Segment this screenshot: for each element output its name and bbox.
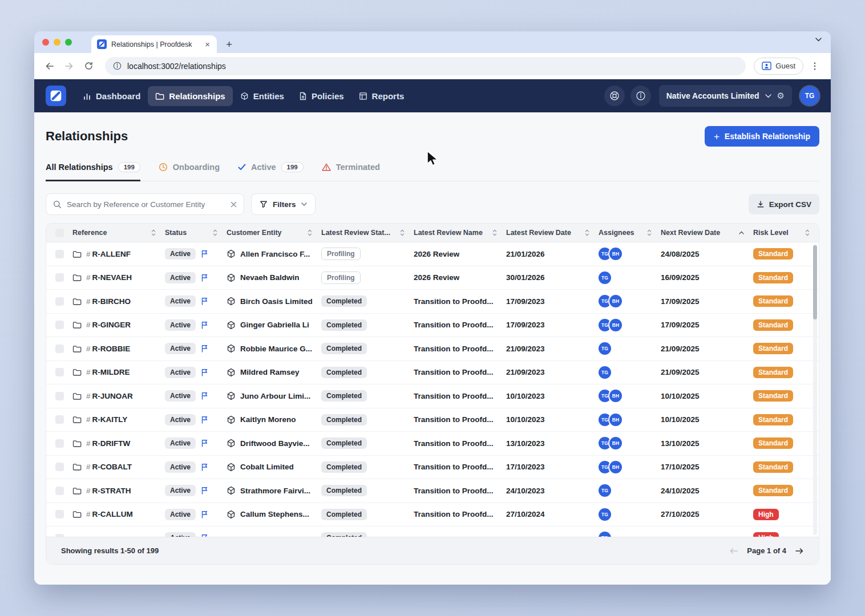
- back-icon[interactable]: [41, 58, 58, 75]
- column-header[interactable]: Customer Entity: [227, 229, 321, 237]
- filters-button[interactable]: Filters: [251, 193, 316, 215]
- table-row[interactable]: # R-JUNOAR Active Juno Arbour Limi... Co…: [46, 384, 819, 408]
- row-checkbox[interactable]: [55, 250, 64, 258]
- flag-icon[interactable]: [201, 368, 208, 376]
- row-checkbox[interactable]: [55, 321, 64, 329]
- column-header[interactable]: Latest Review Stat...: [321, 229, 414, 237]
- assignee-avatar[interactable]: TG: [599, 484, 611, 497]
- search-input[interactable]: [67, 200, 225, 209]
- flag-icon[interactable]: [201, 463, 208, 471]
- search-box[interactable]: [46, 193, 244, 215]
- forward-icon[interactable]: [60, 58, 78, 75]
- assignee-avatar[interactable]: TG: [599, 532, 611, 537]
- row-checkbox[interactable]: [55, 345, 64, 353]
- reference-cell[interactable]: # R-DRIFTW: [72, 439, 165, 448]
- tab-terminated[interactable]: Terminated: [322, 162, 380, 181]
- row-checkbox[interactable]: [55, 487, 64, 495]
- column-header[interactable]: Risk Level: [753, 229, 819, 237]
- row-checkbox[interactable]: [55, 534, 64, 537]
- info-icon[interactable]: [630, 86, 651, 106]
- assignee-avatar[interactable]: TG: [599, 366, 611, 379]
- column-header[interactable]: Next Review Date: [661, 229, 753, 237]
- export-csv-button[interactable]: Export CSV: [749, 194, 819, 214]
- flag-icon[interactable]: [201, 321, 208, 329]
- customer-cell[interactable]: Ginger Gabriella Li: [227, 321, 321, 330]
- assignee-avatar[interactable]: TG: [599, 508, 611, 521]
- row-checkbox[interactable]: [55, 415, 64, 424]
- reference-cell[interactable]: # R-GINGER: [72, 321, 165, 329]
- sort-icon[interactable]: [492, 229, 497, 236]
- gear-icon[interactable]: ⚙: [777, 91, 785, 101]
- flag-icon[interactable]: [201, 297, 208, 305]
- row-checkbox[interactable]: [55, 510, 64, 518]
- column-header[interactable]: Status: [165, 229, 227, 237]
- nav-item-reports[interactable]: Reports: [351, 86, 412, 106]
- row-checkbox[interactable]: [55, 463, 64, 471]
- user-avatar[interactable]: TG: [800, 86, 819, 106]
- next-page-icon[interactable]: [795, 547, 804, 555]
- sort-ascending-icon[interactable]: [739, 231, 744, 234]
- customer-cell[interactable]: Juno Arbour Limi...: [227, 391, 321, 400]
- reference-cell[interactable]: # R-COBALT: [72, 463, 165, 471]
- table-row[interactable]: # R-GINGER Active Ginger Gabriella Li Co…: [46, 314, 819, 338]
- row-checkbox[interactable]: [55, 297, 64, 306]
- nav-item-relationships[interactable]: Relationships: [148, 86, 232, 106]
- window-close-button[interactable]: [42, 39, 49, 46]
- window-zoom-button[interactable]: [65, 39, 72, 46]
- nav-item-entities[interactable]: Entities: [233, 86, 292, 106]
- table-row[interactable]: # R-COBALT Active Cobalt Limited Complet…: [46, 456, 819, 480]
- browser-tab[interactable]: Relationships | Proofdesk ×: [91, 35, 217, 53]
- table-row[interactable]: # R-DRIFTW Active Driftwood Bayvie... Co…: [46, 432, 819, 456]
- reference-cell[interactable]: # R-MILDRE: [72, 368, 165, 376]
- customer-cell[interactable]: Cobalt Limited: [227, 463, 321, 472]
- nav-item-dashboard[interactable]: Dashboard: [75, 86, 148, 106]
- nav-item-policies[interactable]: Policies: [292, 86, 351, 106]
- reference-cell[interactable]: # R-CALLUM: [72, 510, 165, 518]
- flag-icon[interactable]: [201, 345, 208, 352]
- sort-icon[interactable]: [647, 229, 652, 236]
- row-checkbox[interactable]: [55, 273, 64, 282]
- table-row[interactable]: # R-ALLENF Active Allen Francisco F... P…: [46, 242, 819, 266]
- customer-cell[interactable]: Birch Oasis Limited: [227, 297, 321, 306]
- flag-icon[interactable]: [201, 392, 208, 400]
- flag-icon[interactable]: [201, 439, 208, 447]
- column-header[interactable]: Latest Review Name: [414, 229, 506, 237]
- assignee-avatar[interactable]: BH: [609, 461, 622, 473]
- reference-cell[interactable]: #: [72, 534, 165, 537]
- browser-menu-icon[interactable]: ⋮: [806, 60, 824, 71]
- reference-cell[interactable]: # R-ALLENF: [72, 250, 165, 258]
- assignee-avatar[interactable]: BH: [609, 319, 622, 331]
- table-row[interactable]: # R-CALLUM Active Callum Stephens... Com…: [46, 503, 819, 527]
- customer-cell[interactable]: Allen Francisco F...: [227, 249, 321, 258]
- reference-cell[interactable]: # R-STRATH: [72, 487, 165, 495]
- window-minimize-button[interactable]: [54, 39, 60, 46]
- sort-icon[interactable]: [151, 229, 156, 236]
- customer-cell[interactable]: Strathmore Fairvi...: [227, 486, 321, 495]
- row-checkbox[interactable]: [55, 392, 64, 400]
- url-bar[interactable]: localhost:3002/relationships: [105, 57, 746, 75]
- reference-cell[interactable]: # R-KAITLY: [72, 415, 165, 424]
- reference-cell[interactable]: # R-BIRCHO: [72, 297, 165, 306]
- reference-cell[interactable]: # R-NEVAEH: [72, 273, 165, 282]
- customer-cell[interactable]: Kaitlyn Moreno: [227, 415, 321, 424]
- table-row[interactable]: # R-BIRCHO Active Birch Oasis Limited Co…: [46, 290, 819, 314]
- sort-icon[interactable]: [585, 229, 589, 236]
- sort-icon[interactable]: [805, 229, 810, 236]
- tab-all-relationships[interactable]: All Relationships 199: [46, 162, 140, 181]
- table-row[interactable]: # R-MILDRE Active Mildred Ramsey Complet…: [46, 361, 819, 385]
- customer-cell[interactable]: Callum Stephens...: [227, 510, 321, 519]
- sort-icon[interactable]: [308, 229, 312, 236]
- table-scrollbar-thumb[interactable]: [813, 245, 817, 319]
- customer-cell[interactable]: Driftwood Bayvie...: [227, 439, 321, 448]
- table-row[interactable]: # R-KAITLY Active Kaitlyn Moreno Complet…: [46, 408, 819, 432]
- row-checkbox[interactable]: [55, 439, 64, 448]
- customer-cell[interactable]: Nevaeh Baldwin: [227, 273, 321, 282]
- clear-search-icon[interactable]: [231, 201, 237, 208]
- table-row[interactable]: # R-ROBBIE Active Robbie Maurice G... Co…: [46, 337, 819, 361]
- tab-close-icon[interactable]: ×: [204, 40, 211, 48]
- column-header[interactable]: Assignees: [599, 229, 661, 237]
- sort-icon[interactable]: [400, 229, 405, 236]
- previous-page-icon[interactable]: [729, 547, 738, 555]
- assignee-avatar[interactable]: TG: [599, 342, 611, 355]
- row-checkbox[interactable]: [55, 368, 64, 376]
